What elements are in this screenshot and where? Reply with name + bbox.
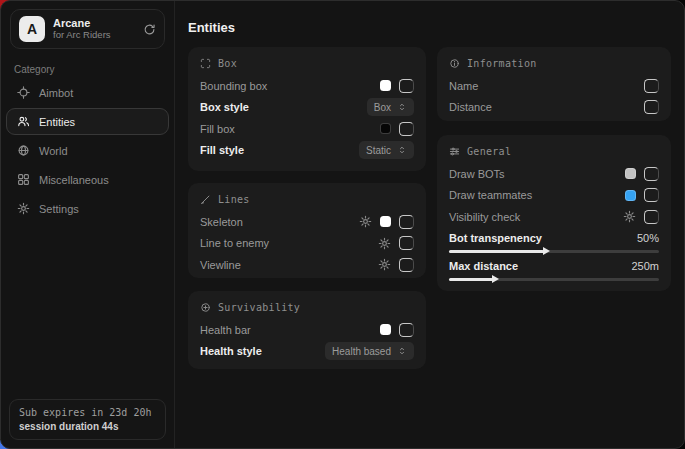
- app-window: A Arcane for Arc Riders Category Aimbot: [0, 0, 685, 449]
- slider-value: 50%: [637, 232, 659, 244]
- screen: A Arcane for Arc Riders Category Aimbot: [0, 0, 685, 449]
- row-health-style: Health style Health based: [200, 341, 414, 363]
- max-distance-slider[interactable]: [449, 278, 659, 281]
- row-label: Visibility check: [449, 211, 520, 223]
- sidebar-item-entities[interactable]: Entities: [6, 108, 169, 135]
- health-bar-checkbox[interactable]: [399, 323, 414, 337]
- sidebar-item-label: Entities: [39, 116, 75, 128]
- row-label: Fill style: [200, 144, 244, 156]
- visibility-check-settings-gear-icon[interactable]: [623, 210, 636, 223]
- card-lines: Lines Skeleton Line to enemy: [188, 183, 426, 278]
- card-lines-title: Lines: [200, 194, 414, 205]
- line-to-enemy-settings-gear-icon[interactable]: [378, 237, 391, 250]
- row-label: Box style: [200, 101, 249, 113]
- gear-icon: [16, 202, 30, 215]
- line-icon: [200, 194, 211, 205]
- fill-style-dropdown[interactable]: Static: [359, 141, 414, 159]
- draw-teammates-checkbox[interactable]: [644, 188, 659, 202]
- card-box-title: Box: [200, 58, 414, 69]
- page-title: Entities: [188, 20, 235, 35]
- app-subtitle: for Arc Riders: [53, 30, 135, 41]
- skeleton-checkbox[interactable]: [399, 215, 414, 229]
- sidebar-item-label: Settings: [39, 203, 79, 215]
- draw-teammates-color-swatch[interactable]: [625, 190, 636, 201]
- sidebar: A Arcane for Arc Riders Category Aimbot: [1, 1, 175, 448]
- bot-transparency-slider[interactable]: [449, 250, 659, 253]
- dropdown-value: Box: [374, 102, 391, 113]
- row-label: Line to enemy: [200, 237, 269, 249]
- row-draw-teammates: Draw teammates: [449, 185, 659, 207]
- crosshair-icon: [16, 86, 30, 99]
- dropdown-value: Static: [366, 145, 391, 156]
- entities-icon: [16, 115, 30, 128]
- max-distance-slider-group: Max distance 250m: [449, 258, 659, 281]
- visibility-check-checkbox[interactable]: [644, 210, 659, 224]
- chevron-up-down-icon: [397, 102, 407, 112]
- subscription-info-card: Sub expires in 23d 20h session duration …: [9, 399, 166, 440]
- card-information: Information Name Distance: [437, 47, 671, 121]
- sidebar-item-label: World: [39, 145, 68, 157]
- sidebar-item-miscellaneous[interactable]: Miscellaneous: [6, 166, 169, 193]
- health-bar-color-swatch[interactable]: [380, 324, 391, 335]
- card-survivability-title: Survivability: [200, 302, 414, 313]
- row-skeleton: Skeleton: [200, 211, 414, 233]
- draw-bots-checkbox[interactable]: [644, 167, 659, 181]
- slider-value: 250m: [631, 260, 659, 272]
- globe-icon: [16, 144, 30, 157]
- row-label: Draw teammates: [449, 189, 532, 201]
- app-logo-card: A Arcane for Arc Riders: [10, 9, 165, 49]
- card-box: Box Bounding box Box style Box: [188, 47, 426, 171]
- row-fill-style: Fill style Static: [200, 140, 414, 162]
- chevron-up-down-icon: [397, 145, 407, 155]
- row-label: Viewline: [200, 259, 241, 271]
- fill-box-checkbox[interactable]: [399, 122, 414, 136]
- slider-thumb[interactable]: [492, 275, 499, 283]
- app-logo: A: [19, 16, 45, 42]
- sidebar-item-settings[interactable]: Settings: [6, 195, 169, 222]
- health-style-dropdown[interactable]: Health based: [325, 342, 414, 360]
- distance-checkbox[interactable]: [644, 100, 659, 114]
- row-name: Name: [449, 75, 659, 97]
- sliders-icon: [449, 146, 460, 157]
- sidebar-nav: Aimbot Entities World: [6, 79, 169, 222]
- skeleton-settings-gear-icon[interactable]: [359, 215, 372, 228]
- sidebar-item-aimbot[interactable]: Aimbot: [6, 79, 169, 106]
- line-to-enemy-checkbox[interactable]: [399, 236, 414, 250]
- row-label: Health bar: [200, 324, 251, 336]
- row-line-to-enemy: Line to enemy: [200, 233, 414, 255]
- app-title-block: Arcane for Arc Riders: [53, 17, 135, 41]
- row-health-bar: Health bar: [200, 319, 414, 341]
- row-viewline: Viewline: [200, 254, 414, 276]
- box-style-dropdown[interactable]: Box: [367, 98, 414, 116]
- name-checkbox[interactable]: [644, 79, 659, 93]
- fill-box-color-swatch[interactable]: [380, 123, 391, 134]
- row-label: Draw BOTs: [449, 168, 505, 180]
- bounding-box-checkbox[interactable]: [399, 79, 414, 93]
- row-label: Fill box: [200, 123, 235, 135]
- row-label: Health style: [200, 345, 262, 357]
- row-distance: Distance: [449, 97, 659, 119]
- box-brackets-icon: [200, 58, 211, 69]
- sidebar-item-label: Aimbot: [39, 87, 73, 99]
- session-duration: session duration 44s: [19, 421, 156, 432]
- card-general: General Draw BOTs Draw teammates: [437, 135, 671, 291]
- viewline-checkbox[interactable]: [399, 258, 414, 272]
- draw-bots-color-swatch[interactable]: [625, 168, 636, 179]
- health-cross-icon: [200, 302, 211, 313]
- grid-icon: [16, 173, 30, 186]
- main-panel: Entities Box Bounding box Box style: [176, 1, 684, 448]
- row-label: Name: [449, 80, 478, 92]
- sidebar-item-world[interactable]: World: [6, 137, 169, 164]
- info-icon: [449, 58, 460, 69]
- bot-transparency-slider-group: Bot transpenency 50%: [449, 230, 659, 253]
- row-bounding-box: Bounding box: [200, 75, 414, 97]
- skeleton-color-swatch[interactable]: [380, 216, 391, 227]
- bounding-box-color-swatch[interactable]: [380, 80, 391, 91]
- category-label: Category: [14, 64, 174, 75]
- row-draw-bots: Draw BOTs: [449, 163, 659, 185]
- card-survivability: Survivability Health bar Health style He…: [188, 291, 426, 369]
- card-general-title: General: [449, 146, 659, 157]
- viewline-settings-gear-icon[interactable]: [378, 258, 391, 271]
- refresh-icon[interactable]: [143, 23, 156, 36]
- slider-thumb[interactable]: [543, 247, 550, 255]
